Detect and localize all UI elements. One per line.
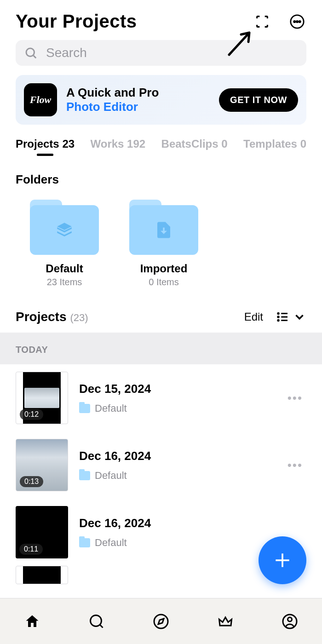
project-thumbnail: 0:11 — [16, 506, 68, 558]
nav-premium[interactable] — [214, 610, 236, 632]
folder-icon — [129, 200, 198, 254]
compass-icon — [153, 613, 169, 630]
mini-folder-icon — [79, 404, 90, 413]
folder-count: 0 Items — [149, 277, 179, 288]
project-folder-label: Default — [79, 470, 273, 482]
folder-default[interactable]: Default 23 Items — [23, 200, 106, 288]
duration-badge: 0:12 — [20, 409, 43, 420]
more-horizontal-circle-icon — [289, 14, 305, 29]
tab-beatsclips[interactable]: BeatsClips 0 — [161, 138, 228, 154]
tab-templates[interactable]: Templates 0 — [243, 138, 306, 154]
mini-folder-icon — [79, 471, 90, 480]
promo-cta-button[interactable]: GET IT NOW — [219, 88, 298, 112]
more-button[interactable] — [288, 12, 306, 31]
projects-section-header: Projects (23) Edit — [0, 288, 322, 333]
svg-point-1 — [294, 21, 295, 22]
nav-search[interactable] — [86, 610, 108, 632]
view-toggle[interactable] — [276, 310, 306, 324]
projects-count: (23) — [70, 312, 88, 324]
mini-folder-icon — [79, 538, 90, 547]
stack-icon — [55, 220, 74, 240]
bottom-nav — [0, 598, 322, 644]
list-view-icon — [276, 310, 290, 324]
search-icon — [24, 46, 38, 60]
scan-button[interactable] — [253, 12, 271, 31]
svg-marker-15 — [158, 619, 164, 624]
tab-projects[interactable]: Projects 23 — [16, 138, 75, 154]
item-more-button[interactable]: ••• — [284, 454, 306, 476]
nav-home[interactable] — [21, 610, 43, 632]
project-thumbnail — [16, 566, 68, 584]
svg-point-9 — [278, 320, 279, 321]
project-item[interactable]: 0:13 Dec 16, 2024 Default ••• — [0, 431, 322, 499]
page-title: Your Projects — [16, 11, 137, 32]
svg-point-17 — [288, 617, 292, 621]
folder-count: 23 Items — [47, 277, 82, 288]
duration-badge: 0:13 — [20, 476, 43, 487]
project-thumbnail: 0:13 — [16, 439, 68, 491]
crown-icon — [217, 613, 234, 630]
folders-row: Default 23 Items Imported 0 Items — [0, 191, 322, 288]
folders-heading: Folders — [0, 156, 322, 191]
tab-works[interactable]: Works 192 — [91, 138, 146, 154]
promo-title: A Quick and Pro — [66, 86, 210, 100]
promo-banner[interactable]: Flow A Quick and Pro Photo Editor GET IT… — [16, 75, 306, 125]
search-icon — [88, 613, 105, 630]
nav-profile[interactable] — [279, 610, 301, 632]
folder-imported[interactable]: Imported 0 Items — [122, 200, 205, 288]
svg-point-4 — [26, 48, 34, 57]
new-project-fab[interactable] — [259, 536, 306, 584]
folder-icon — [30, 200, 99, 254]
duration-badge: 0:11 — [19, 544, 43, 555]
nav-explore[interactable] — [150, 610, 172, 632]
promo-subtitle: Photo Editor — [66, 100, 210, 114]
scan-icon — [254, 14, 270, 29]
tabs-row: Projects 23 Works 192 BeatsClips 0 Templ… — [0, 125, 322, 156]
project-date: Dec 16, 2024 — [79, 449, 273, 463]
plus-icon — [272, 550, 293, 570]
project-thumbnail: 0:12 — [16, 372, 68, 424]
search-input[interactable] — [46, 46, 298, 60]
promo-app-icon: Flow — [24, 83, 57, 116]
promo-text: A Quick and Pro Photo Editor — [66, 86, 210, 114]
svg-point-13 — [91, 615, 102, 626]
search-bar[interactable] — [16, 40, 306, 66]
profile-icon — [282, 613, 298, 630]
svg-point-3 — [299, 21, 300, 22]
home-icon — [24, 613, 40, 630]
project-folder-label: Default — [79, 402, 273, 414]
svg-point-5 — [278, 313, 279, 314]
svg-point-7 — [278, 316, 279, 318]
chevron-down-icon — [293, 310, 306, 324]
project-date: Dec 16, 2024 — [79, 516, 306, 530]
edit-button[interactable]: Edit — [244, 310, 263, 323]
projects-title: Projects — [16, 310, 67, 324]
project-date: Dec 15, 2024 — [79, 382, 273, 396]
folder-name: Imported — [140, 262, 188, 275]
header: Your Projects — [0, 0, 322, 40]
import-file-icon — [154, 220, 173, 240]
project-item[interactable]: 0:12 Dec 15, 2024 Default ••• — [0, 364, 322, 431]
svg-point-14 — [154, 615, 168, 628]
svg-point-2 — [296, 21, 298, 22]
folder-name: Default — [46, 262, 83, 275]
date-separator: TODAY — [0, 333, 322, 364]
item-more-button[interactable]: ••• — [284, 387, 306, 409]
